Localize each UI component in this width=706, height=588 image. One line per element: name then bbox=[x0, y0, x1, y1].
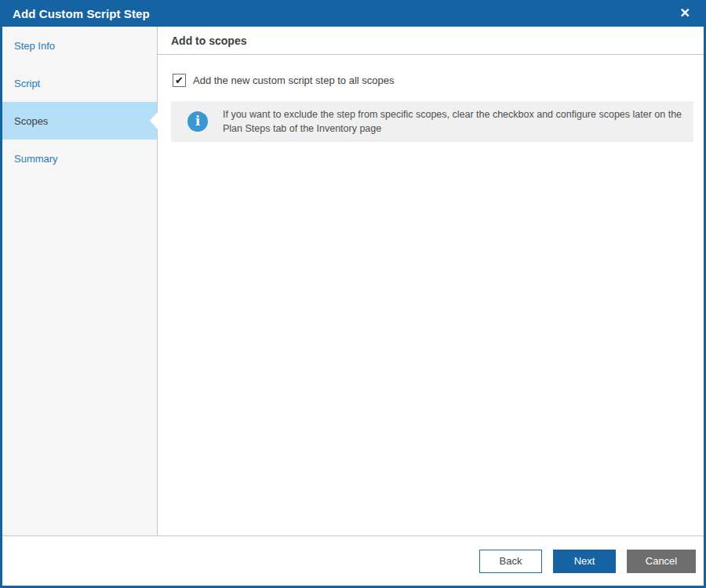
checkmark-icon: ✔ bbox=[175, 75, 184, 85]
sidebar-item-scopes[interactable]: Scopes bbox=[2, 102, 157, 140]
close-icon[interactable]: ✕ bbox=[677, 5, 693, 21]
dialog-window: Add Custom Script Step ✕ Step Info Scrip… bbox=[0, 0, 706, 588]
sidebar-item-summary[interactable]: Summary bbox=[2, 140, 157, 177]
selected-step-arrow bbox=[150, 112, 158, 129]
main-panel: Add to scopes ✔ Add the new custom scrip… bbox=[158, 27, 704, 535]
next-button[interactable]: Next bbox=[553, 550, 616, 573]
sidebar-item-script[interactable]: Script bbox=[2, 64, 157, 102]
wizard-steps-sidebar: Step Info Script Scopes Summary bbox=[2, 27, 158, 535]
page-title: Add to scopes bbox=[158, 27, 704, 55]
info-icon: i bbox=[187, 111, 208, 132]
info-banner: i If you want to exclude the step from s… bbox=[171, 101, 693, 142]
sidebar-item-step-info[interactable]: Step Info bbox=[2, 27, 157, 64]
sidebar-item-label: Summary bbox=[14, 153, 58, 165]
back-button[interactable]: Back bbox=[479, 550, 542, 573]
dialog-title: Add Custom Script Step bbox=[13, 7, 150, 20]
cancel-button[interactable]: Cancel bbox=[627, 550, 696, 573]
title-bar: Add Custom Script Step ✕ bbox=[2, 0, 704, 27]
scopes-content: ✔ Add the new custom script step to all … bbox=[158, 55, 704, 535]
sidebar-item-label: Script bbox=[14, 78, 40, 89]
all-scopes-checkbox[interactable]: ✔ bbox=[173, 74, 186, 87]
all-scopes-checkbox-row: ✔ Add the new custom script step to all … bbox=[173, 74, 693, 87]
dialog-footer: Back Next Cancel bbox=[2, 535, 704, 586]
info-banner-text: If you want to exclude the step from spe… bbox=[223, 107, 682, 136]
sidebar-item-label: Scopes bbox=[14, 115, 48, 127]
dialog-body: Step Info Script Scopes Summary Add to s… bbox=[2, 27, 704, 535]
all-scopes-checkbox-label[interactable]: Add the new custom script step to all sc… bbox=[193, 74, 395, 86]
sidebar-item-label: Step Info bbox=[14, 40, 55, 52]
